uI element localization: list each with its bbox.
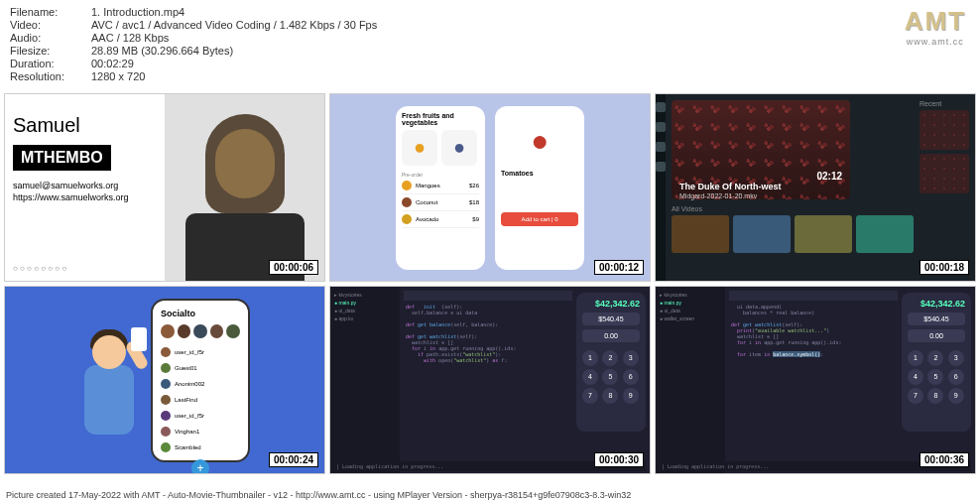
hero-subtitle: Midgard-2022-01-20.mkv [679,192,757,199]
balance-display: $42,342.62 [582,299,640,309]
thumbnail-3: The Duke Of North-west Midgard-2022-01-2… [655,93,976,282]
timestamp-4: 00:00:24 [269,452,318,467]
app-preview: $42,342.62 $540.45 0.00 123 456 789 [902,293,971,432]
blueberry-icon: ● [441,130,477,166]
social-phone-mockup: Socialto user_id_f5r Guest01 Anonim002 L… [151,299,250,462]
audio-label: Audio: [10,32,91,44]
avatar-icon [178,324,191,338]
thumbnail-4: Socialto user_id_f5r Guest01 Anonim002 L… [4,286,325,474]
person-icon [205,114,285,213]
balance-display: $42,342.62 [908,299,965,309]
settings-icon [656,162,666,172]
presenter-first-name: Samuel [13,114,157,137]
zero-balance: 0.00 [908,329,965,342]
keypad-key: 4 [908,369,923,385]
logo-text: AMT [905,6,966,37]
keypad-key: 3 [623,350,639,366]
video-tile [672,215,729,253]
list-item: Scambled [161,439,240,455]
duration-label: Duration: [10,58,91,69]
keypad-key: 5 [927,369,943,385]
thumbnail-grid: Samuel MTHEMBO samuel@samuelworks.org ht… [0,91,980,474]
metadata-header: Filename: 1. Introduction.mp4 Video: AVC… [0,0,980,91]
presenter-url: https://www.samuelworks.org [13,192,157,202]
editor-sidebar: ▸ kivystories ● main.py ● ui_data ● app.… [330,287,400,473]
keypad-key: 8 [602,388,618,404]
avatar-icon [161,324,175,338]
avatar-icon [226,324,240,338]
video-tile [795,215,852,253]
hero-video: The Duke Of North-west Midgard-2022-01-2… [672,100,850,199]
keypad-key: 6 [948,369,964,385]
all-videos-label: All Videos [672,205,914,212]
presenter-email: samuel@samuelworks.org [13,181,157,190]
app-preview: $42,342.62 $540.45 0.00 123 456 789 [576,293,646,432]
keypad-key: 2 [602,350,618,366]
filename-label: Filename: [10,6,91,18]
amt-logo: AMT www.amt.cc [905,6,966,47]
add-to-cart-button: Add to cart | 0 [501,212,578,226]
list-item: user_id_f5r [161,408,240,424]
thumbnail-1: Samuel MTHEMBO samuel@samuelworks.org ht… [4,93,325,282]
keypad-key: 9 [948,388,964,404]
avatar-icon [193,324,207,338]
recent-item [919,110,969,150]
hero-duration: 02:12 [816,171,842,182]
app-title: Socialto [161,309,240,318]
timestamp-3: 00:00:18 [919,260,969,275]
keypad-key: 3 [948,350,964,366]
logo-url: www.amt.cc [905,37,966,47]
editor-sidebar: ▸ kivystories ● main.py ● ui_data ● wall… [656,287,725,473]
media-sidebar [656,94,666,281]
filesize-label: Filesize: [10,45,91,57]
fab-button: + [191,459,209,475]
presenter-last-name: MTHEMBO [13,145,111,171]
filename-value: 1. Introduction.mp4 [91,6,184,18]
sub-balance: $540.45 [908,313,965,325]
timestamp-2: 00:00:12 [594,260,644,275]
hero-title: The Duke Of North-west [679,182,782,191]
video-icon [656,122,666,132]
thumbnail-2: Fresh fruits and vegetables ● ● Pre-orde… [329,93,651,282]
video-value: AVC / avc1 / Advanced Video Coding / 1.4… [91,19,377,31]
keypad-key: 1 [908,350,923,366]
list-item: LastFind [161,392,240,408]
timestamp-6: 00:00:36 [919,452,969,467]
audio-value: AAC / 128 Kbps [91,32,169,44]
pagination-dots: ○ ○ ○ ○ ○ ○ ○ ○ [13,264,66,273]
footer-credits: Picture created 17-May-2022 with AMT - A… [0,488,980,502]
resolution-label: Resolution: [10,70,91,82]
keypad-key: 8 [927,388,943,404]
thumbnail-5: ▸ kivystories ● main.py ● ui_data ● app.… [329,286,651,474]
keypad-key: 6 [623,369,639,385]
keypad-key: 7 [582,388,598,404]
recent-item [919,154,969,193]
filesize-value: 28.89 MB (30.296.664 Bytes) [91,45,233,57]
keypad-key: 2 [927,350,943,366]
home-icon [656,102,666,112]
recent-label: Recent [919,100,969,107]
code-editor: ui_data.append( balances * real_balance)… [725,287,902,473]
list-item: Anonim002 [161,376,240,392]
keypad-key: 4 [582,369,598,385]
list-item: Guest01 [161,360,240,376]
tomatoes-label: Tomatoes [501,170,578,177]
keypad-key: 1 [582,350,598,366]
list-item: user_id_f5r [161,344,240,360]
timestamp-1: 00:00:06 [269,260,318,275]
duration-value: 00:02:29 [91,58,134,69]
timestamp-5: 00:00:30 [594,452,644,467]
phone-mockup-left: Fresh fruits and vegetables ● ● Pre-orde… [396,106,485,270]
video-tile [733,215,791,253]
tomato-icon: ● [505,116,574,166]
avatar-icon [210,324,224,338]
phone-header: Fresh fruits and vegetables [402,112,479,126]
video-label: Video: [10,19,91,31]
thumbnail-6: ▸ kivystories ● main.py ● ui_data ● wall… [655,286,976,474]
list-item: Vinghan1 [161,424,240,439]
phone-mockup-right: ● Tomatoes Add to cart | 0 [495,106,584,270]
resolution-value: 1280 x 720 [91,70,145,82]
video-tile [856,215,914,253]
pineapple-icon: ● [402,130,437,166]
keypad-key: 7 [908,388,923,404]
